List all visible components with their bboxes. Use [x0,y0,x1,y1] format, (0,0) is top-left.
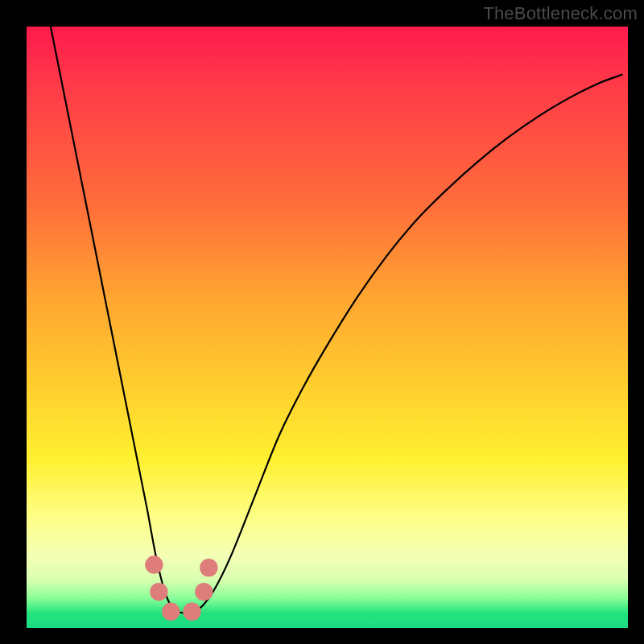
marker-trough-left [162,603,180,621]
marker-right-shoulder-top [200,559,217,576]
marker-right-shoulder-bot [195,583,213,601]
marker-left-shoulder-top [145,555,163,573]
marker-trough-right [183,603,200,621]
curve-markers [145,555,217,621]
plot-area [27,27,628,628]
marker-left-shoulder-bot [150,583,167,601]
watermark-text: TheBottleneck.com [483,3,638,24]
bottleneck-curve [51,27,622,613]
chart-frame: TheBottleneck.com [0,0,644,644]
bottleneck-curve-svg [27,27,628,628]
